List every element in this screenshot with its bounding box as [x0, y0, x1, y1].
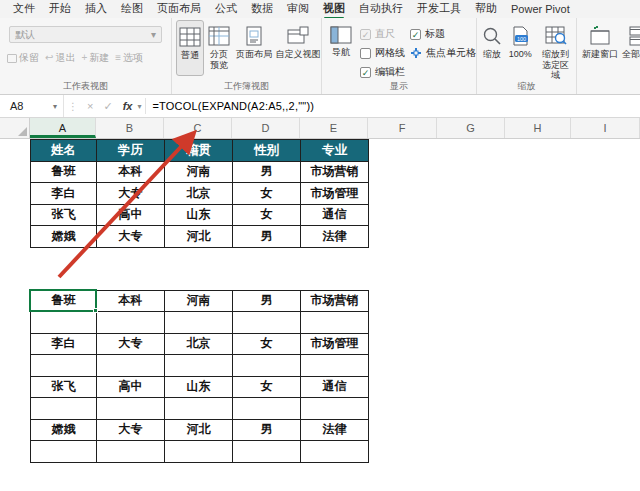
cell[interactable]: [301, 398, 369, 420]
cell[interactable]: 男: [233, 420, 301, 442]
cell[interactable]: 大专: [97, 334, 165, 356]
cell[interactable]: 男: [233, 226, 301, 248]
menu-tab-文件[interactable]: 文件: [6, 0, 42, 19]
cell[interactable]: 河南: [165, 162, 233, 184]
column-header-G[interactable]: G: [437, 118, 505, 138]
normal-view-button[interactable]: 普通: [176, 20, 204, 76]
cell[interactable]: [165, 355, 233, 377]
cell[interactable]: 河南: [165, 291, 233, 313]
cell[interactable]: [31, 355, 97, 377]
cell[interactable]: 高中: [97, 377, 165, 399]
sheet-grid[interactable]: 姓名学历籍贯性别专业鲁班本科河南男市场营销李白大专北京女市场管理张飞高中山东女通…: [0, 139, 640, 491]
formula-input[interactable]: =TOCOL(EXPAND(A2:A5,,2,"")): [152, 100, 314, 112]
menu-tab-审阅[interactable]: 审阅: [280, 0, 316, 19]
cell[interactable]: [97, 441, 165, 463]
menu-tab-视图[interactable]: 视图: [316, 0, 352, 19]
cell[interactable]: [233, 398, 301, 420]
select-all-button[interactable]: [0, 118, 30, 138]
cell[interactable]: 山东: [165, 205, 233, 227]
fill-handle[interactable]: [93, 308, 98, 313]
exit-button[interactable]: ↩ 退出: [42, 49, 78, 67]
ruler-checkbox[interactable]: ✓ 直尺: [360, 27, 405, 41]
column-header-C[interactable]: C: [164, 118, 232, 138]
selected-cell-outline[interactable]: [29, 289, 97, 313]
cell[interactable]: 市场营销: [301, 162, 369, 184]
cell[interactable]: 大专: [97, 226, 165, 248]
new-view-button[interactable]: + 新建: [78, 49, 112, 67]
cell[interactable]: 女: [233, 334, 301, 356]
cell[interactable]: 市场管理: [301, 334, 369, 356]
column-header-A[interactable]: A: [30, 118, 96, 138]
menu-tab-公式[interactable]: 公式: [208, 0, 244, 19]
cell[interactable]: 山东: [165, 377, 233, 399]
menu-tab-数据[interactable]: 数据: [244, 0, 280, 19]
cell[interactable]: 男: [233, 291, 301, 313]
cell[interactable]: 通信: [301, 377, 369, 399]
cell[interactable]: 北京: [165, 334, 233, 356]
cell[interactable]: [31, 398, 97, 420]
cell[interactable]: 法律: [301, 420, 369, 442]
cell[interactable]: 本科: [97, 291, 165, 313]
cell[interactable]: 籍贯: [165, 140, 233, 162]
cell[interactable]: [31, 312, 97, 334]
column-header-B[interactable]: B: [96, 118, 164, 138]
formula-bar-checkbox[interactable]: ✓ 编辑栏: [360, 65, 405, 79]
cell[interactable]: 李白: [31, 183, 97, 205]
cell[interactable]: 市场营销: [301, 291, 369, 313]
cell[interactable]: 女: [233, 183, 301, 205]
focus-cell-button[interactable]: 焦点单元格 ▾: [410, 46, 477, 60]
cell[interactable]: 姓名: [31, 140, 97, 162]
menu-tab-Power Pivot[interactable]: Power Pivot: [504, 1, 577, 18]
cell[interactable]: 专业: [301, 140, 369, 162]
cell[interactable]: [233, 312, 301, 334]
new-window-button[interactable]: 新建窗口: [581, 20, 619, 76]
arrange-all-button[interactable]: 全部重排: [621, 20, 640, 76]
cell[interactable]: 鲁班: [31, 162, 97, 184]
gridlines-checkbox[interactable]: 网格线: [360, 46, 405, 60]
cell[interactable]: [97, 355, 165, 377]
sheet-view-dropdown[interactable]: 默认 ▾: [9, 26, 162, 43]
cell[interactable]: 女: [233, 205, 301, 227]
menu-tab-绘图[interactable]: 绘图: [114, 0, 150, 19]
cell[interactable]: [165, 398, 233, 420]
cell[interactable]: 李白: [31, 334, 97, 356]
cell[interactable]: 本科: [97, 162, 165, 184]
cell[interactable]: 高中: [97, 205, 165, 227]
name-box[interactable]: A8 ▾: [0, 95, 64, 117]
column-header-D[interactable]: D: [232, 118, 300, 138]
menu-tab-自动执行[interactable]: 自动执行: [352, 0, 410, 19]
insert-function-button[interactable]: fx: [118, 100, 138, 112]
menu-tab-开发工具[interactable]: 开发工具: [410, 0, 468, 19]
cell[interactable]: 通信: [301, 205, 369, 227]
cancel-button[interactable]: ×: [82, 100, 98, 112]
cell[interactable]: 女: [233, 377, 301, 399]
cell[interactable]: [301, 441, 369, 463]
column-header-E[interactable]: E: [300, 118, 368, 138]
column-header-F[interactable]: F: [368, 118, 437, 138]
cell[interactable]: 学历: [97, 140, 165, 162]
cell[interactable]: 嫦娥: [31, 226, 97, 248]
cell[interactable]: [165, 441, 233, 463]
custom-views-button[interactable]: 自定义视图: [276, 20, 320, 76]
cell[interactable]: 大专: [97, 183, 165, 205]
column-header-I[interactable]: I: [571, 118, 640, 138]
cell[interactable]: [31, 441, 97, 463]
zoom-button[interactable]: 缩放: [480, 20, 504, 76]
keep-button[interactable]: 保留: [4, 49, 42, 67]
menu-tab-开始[interactable]: 开始: [42, 0, 78, 19]
navigation-button[interactable]: 导航: [328, 20, 354, 76]
menu-tab-帮助[interactable]: 帮助: [468, 0, 504, 19]
menu-tab-页面布局[interactable]: 页面布局: [150, 0, 208, 19]
cell[interactable]: 河北: [165, 226, 233, 248]
cell[interactable]: [97, 312, 165, 334]
cell[interactable]: 河北: [165, 420, 233, 442]
cell[interactable]: [165, 312, 233, 334]
cell[interactable]: 北京: [165, 183, 233, 205]
cell[interactable]: [301, 355, 369, 377]
zoom-to-selection-button[interactable]: 缩放到选定区域: [536, 20, 575, 76]
page-break-preview-button[interactable]: 分页预览: [206, 20, 232, 76]
column-header-H[interactable]: H: [505, 118, 571, 138]
zoom-100-button[interactable]: 100 100%: [506, 20, 534, 76]
cell[interactable]: 法律: [301, 226, 369, 248]
page-layout-button[interactable]: 页面布局: [234, 20, 274, 76]
